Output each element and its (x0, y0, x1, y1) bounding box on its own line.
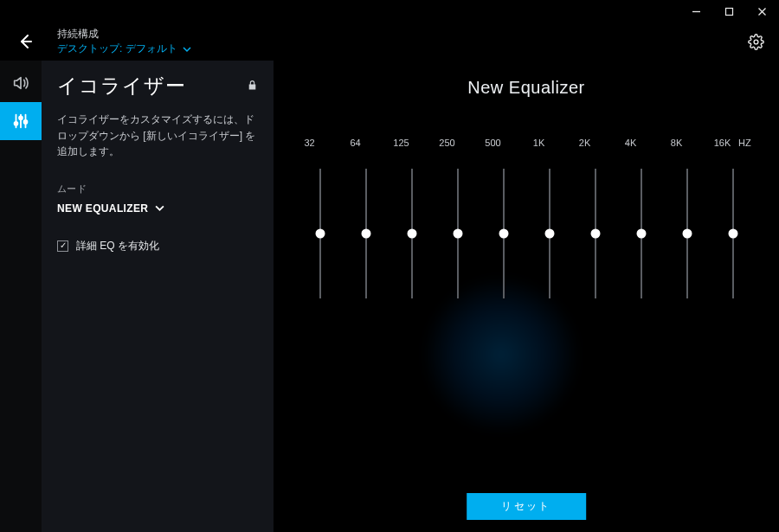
frequency-label: 32 (286, 138, 332, 148)
svg-point-11 (24, 120, 28, 124)
frequency-label: 250 (424, 138, 470, 148)
frequency-label: 500 (470, 138, 516, 148)
svg-point-10 (19, 116, 23, 119)
slider-thumb[interactable] (544, 229, 554, 239)
slider-track (641, 169, 642, 298)
slider-thumb[interactable] (682, 229, 692, 239)
slider-thumb[interactable] (590, 229, 600, 239)
advanced-eq-checkbox[interactable] (57, 240, 68, 252)
slider-thumb[interactable] (728, 229, 737, 239)
panel-description: イコライザーをカスタマイズするには、ドロップダウンから [新しいイコライザー] … (57, 112, 258, 160)
equalizer-icon (11, 112, 30, 131)
slider-track (365, 169, 367, 298)
eq-band-slider[interactable] (435, 169, 480, 298)
persist-config-label: 持続構成 (57, 28, 191, 41)
slider-track (319, 169, 321, 298)
panel-title: イコライザー (57, 73, 186, 99)
frequency-label: 125 (378, 138, 424, 148)
mood-dropdown[interactable]: NEW EQUALIZER (57, 202, 258, 215)
slider-track (595, 169, 596, 298)
advanced-eq-label: 詳細 EQ を有効化 (76, 239, 159, 253)
slider-thumb[interactable] (361, 229, 370, 239)
slider-thumb[interactable] (453, 229, 462, 239)
eq-band-slider[interactable] (618, 169, 664, 298)
window-minimize-button[interactable] (684, 3, 708, 20)
eq-band-slider[interactable] (572, 169, 618, 298)
gear-icon (748, 34, 764, 50)
rail-tab-equalizer[interactable] (0, 102, 42, 140)
speaker-icon (11, 74, 30, 93)
slider-thumb[interactable] (499, 229, 508, 239)
profile-selector[interactable]: デスクトップ: デフォルト (57, 42, 191, 55)
lock-icon (247, 79, 258, 94)
svg-point-9 (15, 122, 18, 125)
slider-track (732, 169, 734, 298)
eq-band-slider[interactable] (389, 169, 435, 298)
eq-band-slider[interactable] (297, 169, 343, 298)
frequency-label: 1K (516, 138, 562, 148)
eq-band-slider[interactable] (480, 169, 526, 298)
frequency-label: 2K (562, 138, 608, 148)
slider-track (686, 169, 688, 298)
eq-band-slider[interactable] (710, 169, 756, 298)
settings-button[interactable] (744, 30, 767, 53)
window-maximize-button[interactable] (717, 3, 741, 20)
frequency-labels-row: 32641252505001K2K4K8K16KHZ (274, 138, 779, 148)
chevron-down-icon (155, 203, 164, 213)
slider-track (411, 169, 413, 298)
eq-sliders-row (274, 169, 779, 298)
slider-thumb[interactable] (315, 229, 325, 239)
slider-thumb[interactable] (407, 229, 416, 239)
hz-unit-label: HZ (738, 138, 766, 148)
back-button[interactable] (12, 33, 38, 50)
svg-point-5 (754, 40, 758, 44)
eq-band-slider[interactable] (343, 169, 389, 298)
slider-thumb[interactable] (636, 229, 646, 239)
mood-label: ムード (57, 183, 258, 195)
frequency-label: 8K (653, 138, 699, 148)
equalizer-title: New Equalizer (274, 78, 779, 98)
reset-button[interactable]: リセット (467, 493, 586, 520)
eq-band-slider[interactable] (526, 169, 572, 298)
chevron-down-icon (183, 45, 191, 54)
mood-value: NEW EQUALIZER (57, 202, 148, 215)
eq-band-slider[interactable] (664, 169, 710, 298)
rail-tab-acoustics[interactable] (0, 64, 42, 102)
slider-track (457, 169, 459, 298)
window-close-button[interactable] (750, 3, 774, 20)
slider-track (503, 169, 505, 298)
slider-track (549, 169, 550, 298)
frequency-label: 64 (332, 138, 378, 148)
svg-rect-1 (725, 8, 732, 15)
profile-name: デスクトップ: デフォルト (57, 42, 177, 55)
frequency-label: 4K (608, 138, 653, 148)
